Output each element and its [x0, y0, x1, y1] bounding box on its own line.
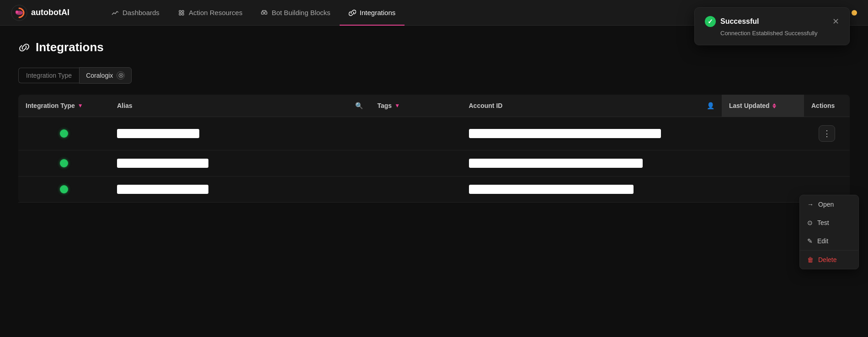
alias-redacted-3 [117, 185, 208, 194]
page-content: Integrations Integration Type Coralogix … [0, 26, 868, 217]
filter-value: Coralogix ⊗ [79, 67, 132, 84]
dropdown-item-open[interactable]: → Open [800, 195, 858, 214]
toast-message: Connection Established Successfully [705, 30, 839, 37]
account-id-redacted-1 [469, 129, 661, 138]
status-dot-active-3 [60, 185, 68, 193]
account-id-redacted-2 [469, 159, 643, 168]
sort-icon-last-updated[interactable] [772, 103, 776, 108]
actions-button-1[interactable]: ⋮ [819, 125, 835, 142]
svg-rect-2 [179, 11, 181, 12]
toast-success-icon: ✓ [705, 16, 716, 27]
th-account-id: Account ID 👤 [462, 95, 722, 117]
td-tags-1 [370, 125, 462, 142]
dropdown-item-test[interactable]: ⊙ Test [800, 214, 858, 232]
th-tags: Tags ▼ [370, 95, 462, 117]
table-row: ⋮ [18, 117, 850, 150]
delete-icon: 🗑 [807, 256, 814, 263]
td-account-id-1 [462, 121, 722, 146]
table-row [18, 150, 850, 177]
dropdown-item-delete[interactable]: 🗑 Delete [800, 250, 858, 269]
td-tags-2 [370, 155, 462, 171]
nav-item-bot-building-blocks[interactable]: Bot Building Blocks [251, 0, 339, 26]
td-tags-3 [370, 181, 462, 198]
td-status-1 [18, 121, 110, 146]
td-alias-2 [110, 150, 370, 176]
nav-menu: Dashboards Action Resources Bot Building… [102, 0, 405, 26]
td-status-2 [18, 151, 110, 176]
td-actions-1: ⋮ [804, 117, 850, 150]
td-last-updated-2 [722, 155, 804, 171]
td-last-updated-3 [722, 181, 804, 198]
svg-point-1 [16, 11, 18, 13]
td-account-id-3 [462, 177, 722, 202]
svg-rect-4 [179, 13, 181, 15]
actions-dropdown-menu: → Open ⊙ Test ✎ Edit 🗑 Delete [799, 195, 859, 269]
td-alias-3 [110, 177, 370, 202]
td-actions-2 [804, 155, 850, 171]
svg-rect-7 [265, 12, 267, 14]
svg-rect-5 [182, 13, 184, 15]
success-toast: ✓ Successful ✕ Connection Established Su… [694, 7, 850, 45]
nav-item-integrations[interactable]: Integrations [340, 0, 405, 26]
td-account-id-2 [462, 150, 722, 176]
minimize-button[interactable] [852, 10, 857, 16]
filter-icon-tags[interactable]: ▼ [394, 102, 400, 109]
nav-item-action-resources[interactable]: Action Resources [169, 0, 252, 26]
account-id-icon: 👤 [707, 102, 714, 109]
th-alias: Alias 🔍 [110, 95, 370, 117]
page-title: Integrations [36, 40, 104, 54]
table-row [18, 177, 850, 203]
alias-search-icon[interactable]: 🔍 [355, 102, 363, 109]
dropdown-item-edit[interactable]: ✎ Edit [800, 232, 858, 250]
alias-redacted-2 [117, 159, 208, 168]
td-last-updated-1 [722, 125, 804, 142]
th-actions: Actions [804, 95, 850, 117]
toast-header: ✓ Successful ✕ [705, 16, 839, 27]
nav-item-dashboards[interactable]: Dashboards [102, 0, 169, 26]
app-name: autobotAI [31, 8, 69, 17]
svg-rect-3 [182, 11, 184, 12]
status-dot-active [60, 129, 68, 138]
table-header: Integration Type ▼ Alias 🔍 Tags ▼ Accoun… [18, 95, 850, 117]
integrations-table: Integration Type ▼ Alias 🔍 Tags ▼ Accoun… [18, 95, 850, 203]
edit-icon: ✎ [807, 237, 813, 245]
toast-title: Successful [720, 17, 759, 26]
integrations-icon [18, 42, 30, 53]
filter-bar: Integration Type Coralogix ⊗ [18, 67, 850, 84]
filter-clear-button[interactable]: ⊗ [117, 71, 125, 80]
account-id-redacted-3 [469, 185, 634, 194]
th-last-updated: Last Updated [722, 95, 804, 117]
status-dot-active-2 [60, 159, 68, 167]
alias-redacted-1 [117, 129, 199, 138]
filter-icon-type[interactable]: ▼ [78, 102, 83, 109]
filter-type-label: Integration Type [18, 68, 79, 83]
svg-rect-6 [261, 12, 264, 14]
th-integration-type: Integration Type ▼ [18, 95, 110, 117]
logo[interactable]: autobotAI [11, 5, 69, 21]
toast-close-button[interactable]: ✕ [832, 17, 839, 26]
open-icon: → [807, 201, 814, 208]
test-icon: ⊙ [807, 219, 813, 226]
td-alias-1 [110, 121, 370, 146]
td-status-3 [18, 177, 110, 202]
